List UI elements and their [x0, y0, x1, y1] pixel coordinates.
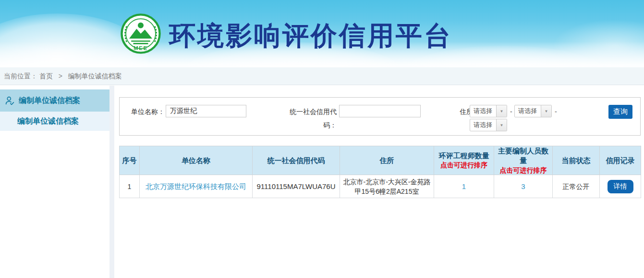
row-index: 1: [120, 175, 140, 198]
engineer-count-link[interactable]: 1: [462, 182, 466, 190]
sidebar-item-credit-archive[interactable]: 编制单位诚信档案: [0, 112, 109, 131]
col-address: 住所: [340, 146, 434, 175]
province-select[interactable]: 请选择 ▼: [470, 105, 507, 117]
results-table: 序号 单位名称 统一社会信用代码 住所 环评工程师数量 点击可进行排序 主要编制…: [119, 146, 641, 198]
table-header-row: 序号 单位名称 统一社会信用代码 住所 环评工程师数量 点击可进行排序 主要编制…: [120, 146, 641, 175]
chevron-down-icon: ▼: [496, 105, 507, 117]
user-check-icon: [5, 96, 15, 106]
chevron-down-icon: ▼: [541, 105, 551, 117]
mee-logo-icon: MEE: [120, 13, 161, 55]
credit-code-label: 统一社会信用代码：: [278, 105, 337, 118]
credit-code-input[interactable]: [339, 105, 421, 117]
company-name-input[interactable]: [166, 105, 246, 117]
address-line2: 甲15号6幢2层A215室: [355, 188, 419, 195]
sidebar-item-label: 编制单位诚信档案: [19, 96, 80, 106]
query-button[interactable]: 查询: [608, 105, 632, 119]
sidebar-divider: [109, 86, 114, 278]
col-staff-count-label: 主要编制人员数量: [498, 147, 548, 164]
district-select-value: 请选择: [470, 119, 496, 131]
address-dash: -: [510, 105, 512, 118]
chevron-down-icon: ▼: [496, 119, 507, 131]
col-credit-record: 信用记录: [600, 146, 641, 175]
staff-sort-link[interactable]: 点击可进行排序: [495, 166, 551, 175]
breadcrumb-separator: >: [59, 72, 62, 80]
col-credit-code: 统一社会信用代码: [253, 146, 340, 175]
province-select-value: 请选择: [470, 105, 496, 117]
status-value: 正常公开: [553, 175, 600, 198]
staff-count-link[interactable]: 3: [521, 182, 525, 190]
col-staff-count: 主要编制人员数量 点击可进行排序: [494, 146, 553, 175]
col-engineer-count-label: 环评工程师数量: [439, 152, 489, 160]
search-panel: 单位名称： 统一社会信用代码： 住所： 请选择 ▼ - 请选择 ▼ - 请选择 …: [119, 97, 641, 136]
top-banner: MEE 环境影响评价信用平台: [0, 0, 644, 67]
detail-button[interactable]: 详情: [608, 180, 633, 193]
col-engineer-count: 环评工程师数量 点击可进行排序: [434, 146, 494, 175]
page: MEE 环境影响评价信用平台 当前位置： 首页 > 编制单位诚信档案 编制单位诚…: [0, 0, 644, 278]
credit-code-value: 91110115MA7LWUA76U: [253, 175, 340, 198]
company-name-label: 单位名称：: [128, 105, 165, 118]
company-link[interactable]: 北京万源世纪环保科技有限公司: [146, 182, 246, 190]
address-line1: 北京市-北京市-大兴区-金苑路: [343, 178, 431, 186]
breadcrumb-prefix: 当前位置：: [4, 72, 37, 80]
breadcrumb: 当前位置： 首页 > 编制单位诚信档案: [0, 67, 644, 85]
svg-text:MEE: MEE: [134, 45, 147, 51]
col-index: 序号: [120, 146, 140, 175]
sidebar-item-label: 编制单位诚信档案: [17, 116, 79, 126]
page-title: 环境影响评价信用平台: [169, 18, 452, 54]
engineer-sort-link[interactable]: 点击可进行排序: [435, 161, 493, 170]
col-company: 单位名称: [140, 146, 253, 175]
district-select[interactable]: 请选择 ▼: [470, 119, 507, 131]
address-dash: -: [555, 105, 557, 118]
table-row: 1 北京万源世纪环保科技有限公司 91110115MA7LWUA76U 北京市-…: [120, 175, 641, 198]
city-select-value: 请选择: [515, 105, 541, 117]
col-status: 当前状态: [553, 146, 600, 175]
breadcrumb-home-link[interactable]: 首页: [39, 72, 53, 80]
breadcrumb-current: 编制单位诚信档案: [68, 72, 122, 80]
sidebar-item-credit-archive-parent[interactable]: 编制单位诚信档案: [0, 89, 109, 112]
city-select[interactable]: 请选择 ▼: [514, 105, 552, 117]
address-value: 北京市-北京市-大兴区-金苑路 甲15号6幢2层A215室: [340, 175, 434, 198]
